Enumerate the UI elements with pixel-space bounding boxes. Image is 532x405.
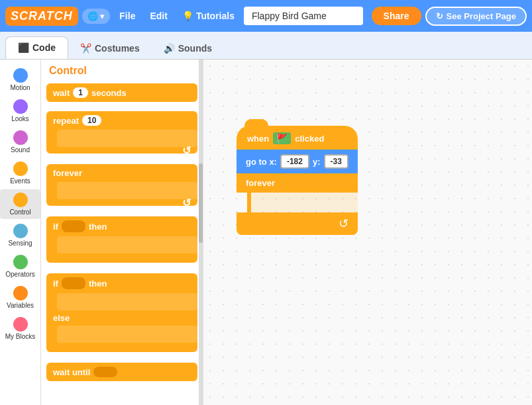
canvas-script-group: when 🚩 clicked go to x: -182 y: -33 fore…	[237, 126, 358, 235]
blocks-panel: Control wait 1 seconds repeat 10 ↺ forev…	[41, 60, 203, 405]
sound-label: Sound	[11, 146, 30, 154]
y-label: y:	[313, 157, 321, 167]
main-area: Motion Looks Sound Events Control Sensin…	[0, 60, 532, 405]
canvas-forever-inner	[247, 193, 358, 212]
repeat-value[interactable]: 10	[82, 115, 101, 126]
events-dot	[13, 161, 28, 176]
control-label: Control	[9, 208, 30, 216]
if-then-inner	[57, 236, 197, 253]
sidebar-item-control[interactable]: Control	[0, 189, 40, 219]
sidebar-item-sensing[interactable]: Sensing	[0, 220, 40, 250]
sidebar-item-myblocks[interactable]: My Blocks	[0, 314, 40, 343]
sidebar-item-variables[interactable]: Variables	[0, 283, 40, 312]
wait-until-condition	[93, 367, 117, 377]
if-then-top: if then	[46, 216, 197, 236]
flag-symbol: 🚩	[273, 132, 291, 144]
forever-inner	[57, 182, 197, 199]
motion-label: Motion	[10, 84, 30, 91]
block-repeat[interactable]: repeat 10 ↺	[46, 111, 197, 154]
sidebar-item-events[interactable]: Events	[0, 158, 40, 188]
wait-until-label: wait until	[53, 367, 90, 377]
repeat-label: repeat	[53, 116, 79, 126]
block-if-then[interactable]: if then	[46, 216, 197, 263]
if-else-condition	[62, 277, 85, 289]
myblocks-label: My Blocks	[5, 333, 36, 340]
else-label: else	[53, 313, 70, 323]
variables-label: Variables	[7, 302, 34, 309]
forever-arrow-symbol: ↺	[339, 216, 348, 231]
repeat-inner	[57, 130, 197, 147]
repeat-arrow: ↺	[182, 144, 191, 157]
tab-costumes[interactable]: ✂️ Costumes	[68, 38, 152, 59]
motion-dot	[13, 68, 28, 83]
if-else-if-label: if	[53, 279, 58, 289]
scratch-logo[interactable]: SCRATCH	[5, 7, 78, 26]
operators-label: Operators	[5, 271, 34, 278]
y-value[interactable]: -33	[324, 154, 348, 169]
flag-hat-knob	[244, 119, 268, 128]
if-condition	[62, 220, 85, 232]
tab-sounds[interactable]: 🔊 Sounds	[152, 38, 224, 59]
if-else-then-inner	[57, 293, 197, 310]
sidebar-item-motion[interactable]: Motion	[0, 65, 40, 95]
sound-icon: 🔊	[164, 43, 175, 54]
sidebar-item-looks[interactable]: Looks	[0, 96, 40, 126]
wait-value[interactable]: 1	[73, 87, 88, 98]
if-then-bottom	[46, 253, 197, 263]
canvas-forever-top[interactable]: forever	[237, 173, 358, 193]
tab-code[interactable]: ⬛ Code	[5, 36, 68, 59]
if-else-top: if then	[46, 273, 197, 293]
events-label: Events	[10, 177, 30, 185]
wait-suffix: seconds	[91, 88, 127, 98]
if-else-else-inner	[57, 326, 197, 343]
edit-menu[interactable]: Edit	[144, 8, 172, 24]
forever-canvas-label: forever	[246, 178, 275, 188]
forever-top: forever	[46, 164, 197, 182]
scroll-thumb[interactable]	[199, 163, 203, 243]
sensing-label: Sensing	[8, 240, 32, 247]
block-if-else[interactable]: if then else	[46, 273, 197, 352]
sidebar-item-operators[interactable]: Operators	[0, 251, 40, 281]
costume-icon: ✂️	[80, 43, 91, 54]
tutorials-menu[interactable]: 💡 Tutorials	[177, 8, 240, 24]
block-forever[interactable]: forever ↺	[46, 164, 197, 206]
if-label: if	[53, 222, 58, 232]
looks-label: Looks	[11, 115, 29, 122]
tab-bar: ⬛ Code ✂️ Costumes 🔊 Sounds	[0, 32, 532, 60]
else-bar: else	[46, 310, 197, 326]
then-label: then	[89, 222, 107, 232]
canvas-when-flag-block[interactable]: when 🚩 clicked go to x: -182 y: -33 fore…	[237, 126, 358, 235]
x-value[interactable]: -182	[280, 154, 309, 169]
looks-dot	[13, 99, 28, 114]
script-canvas: when 🚩 clicked go to x: -182 y: -33 fore…	[203, 60, 532, 405]
share-button[interactable]: Share	[372, 7, 421, 25]
repeat-top: repeat 10	[46, 111, 197, 130]
refresh-icon: ↻	[436, 11, 443, 21]
see-project-button[interactable]: ↻ See Project Page	[425, 7, 527, 26]
globe-button[interactable]: 🌐 ▾	[82, 9, 111, 24]
sound-dot	[13, 130, 28, 145]
if-else-bottom	[46, 343, 197, 352]
repeat-bottom: ↺	[46, 147, 197, 154]
sidebar-item-sound[interactable]: Sound	[0, 127, 40, 157]
forever-bottom: ↺	[46, 199, 197, 206]
when-label: when	[247, 134, 269, 144]
bulb-icon: 💡	[182, 11, 193, 21]
variables-dot	[13, 286, 28, 300]
canvas-goto-block[interactable]: go to x: -182 y: -33	[237, 150, 358, 173]
forever-label: forever	[53, 168, 82, 178]
file-menu[interactable]: File	[114, 8, 140, 24]
myblocks-dot	[13, 317, 28, 332]
scroll-divider	[199, 60, 203, 405]
block-wait-until[interactable]: wait until	[46, 363, 197, 381]
forever-arrow: ↺	[182, 197, 191, 209]
project-title-input[interactable]	[244, 7, 363, 25]
operators-dot	[13, 255, 28, 269]
canvas-forever-bottom: ↺	[237, 212, 358, 235]
block-wait[interactable]: wait 1 seconds	[46, 83, 197, 102]
code-icon: ⬛	[18, 42, 29, 53]
wait-label: wait	[53, 88, 70, 98]
clicked-label: clicked	[295, 134, 324, 144]
categories-sidebar: Motion Looks Sound Events Control Sensin…	[0, 60, 41, 405]
control-dot	[13, 193, 28, 207]
